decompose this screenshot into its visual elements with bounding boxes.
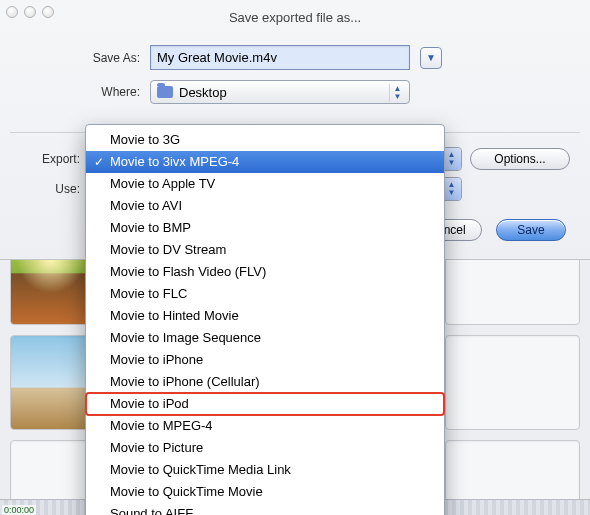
save-as-input[interactable]	[150, 45, 410, 70]
menu-item[interactable]: Movie to DV Stream	[86, 239, 444, 261]
menu-item[interactable]: Sound to AIFF	[86, 503, 444, 515]
save-as-label: Save As:	[30, 51, 150, 65]
menu-item[interactable]: Movie to QuickTime Movie	[86, 481, 444, 503]
menu-item[interactable]: Movie to 3ivx MPEG-4	[86, 151, 444, 173]
menu-item[interactable]: Movie to Image Sequence	[86, 327, 444, 349]
expand-toggle-button[interactable]: ▼	[420, 47, 442, 69]
menu-item[interactable]: Movie to Hinted Movie	[86, 305, 444, 327]
where-select[interactable]: Desktop ▲▼	[150, 80, 410, 104]
menu-item[interactable]: Movie to QuickTime Media Link	[86, 459, 444, 481]
triangle-down-icon: ▼	[426, 52, 436, 63]
close-icon[interactable]	[6, 6, 18, 18]
menu-item[interactable]: Movie to Apple TV	[86, 173, 444, 195]
menu-item[interactable]: Movie to iPhone	[86, 349, 444, 371]
where-label: Where:	[30, 85, 150, 99]
where-value: Desktop	[179, 85, 227, 100]
export-label: Export:	[20, 152, 80, 166]
menu-item[interactable]: Movie to BMP	[86, 217, 444, 239]
menu-item[interactable]: Movie to 3G	[86, 129, 444, 151]
menu-item[interactable]: Movie to MPEG-4	[86, 415, 444, 437]
menu-item[interactable]: Movie to AVI	[86, 195, 444, 217]
menu-item[interactable]: Movie to Picture	[86, 437, 444, 459]
save-button[interactable]: Save	[496, 219, 566, 241]
menu-item[interactable]: Movie to iPhone (Cellular)	[86, 371, 444, 393]
thumbnail-empty	[445, 335, 580, 430]
minimize-icon[interactable]	[24, 6, 36, 18]
window-controls[interactable]	[6, 6, 54, 18]
menu-item[interactable]: Movie to FLC	[86, 283, 444, 305]
menu-item[interactable]: Movie to iPod	[86, 393, 444, 415]
options-button[interactable]: Options...	[470, 148, 570, 170]
export-dropdown-menu[interactable]: Movie to 3GMovie to 3ivx MPEG-4Movie to …	[85, 124, 445, 515]
folder-icon	[157, 86, 173, 98]
timeline-timestamp: 0:00:00	[2, 505, 36, 515]
zoom-icon[interactable]	[42, 6, 54, 18]
menu-item[interactable]: Movie to Flash Video (FLV)	[86, 261, 444, 283]
use-label: Use:	[20, 182, 80, 196]
window-title: Save exported file as...	[10, 10, 580, 25]
updown-arrows-icon: ▲▼	[389, 84, 405, 102]
